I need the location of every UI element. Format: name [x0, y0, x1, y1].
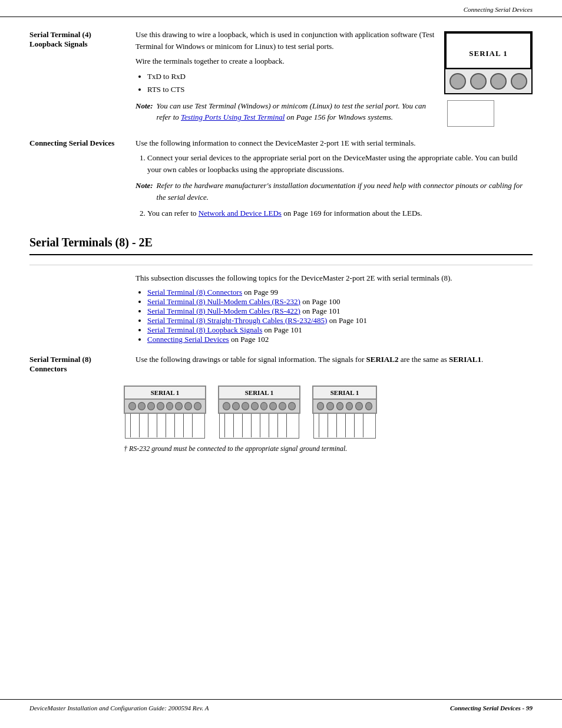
connector-1-header: SERIAL 1 [124, 386, 206, 400]
connecting-note: Note: Refer to the hardware manufacturer… [135, 180, 533, 203]
connector-2-pins [219, 414, 299, 439]
c2-pin6 [269, 402, 277, 410]
connector-block-2: SERIAL 1 [218, 386, 300, 439]
c2-pin8 [288, 402, 296, 410]
bullet-rts-cts: RTS to CTS [147, 84, 438, 95]
link-serial-8-straight[interactable]: Serial Terminal (8) Straight-Through Cab… [147, 316, 327, 325]
c2-pin4 [251, 402, 259, 410]
serial-4-wire-instruction: Wire the terminals together to create a … [135, 55, 438, 67]
step-2: You can refer to Network and Device LEDs… [147, 207, 533, 219]
footnote: † RS-232 ground must be connected to the… [124, 444, 533, 453]
connector-1-pins [125, 414, 205, 439]
heading-divider [29, 254, 533, 255]
serial-terminal-4-content: Use this drawing to wire a loopback, whi… [135, 29, 533, 128]
connector-3-pins [313, 414, 376, 439]
c1-pin4 [157, 402, 164, 410]
serial-connectors-row [445, 69, 531, 93]
link-serial-8-null-rs422[interactable]: Serial Terminal (8) Null-Modem Cables (R… [147, 307, 300, 315]
header-title: Connecting Serial Devices [464, 6, 533, 13]
subsection-links-list: Serial Terminal (8) Connectors on Page 9… [147, 288, 533, 344]
footer-right: Connecting Serial Devices - 99 [450, 704, 533, 711]
step-1: Connect your serial devices to the appro… [147, 152, 533, 175]
c3-pin1 [317, 402, 324, 410]
serial-8-intro: Use the following drawings or table for … [135, 354, 533, 365]
serial-terminal-8-label: Serial Terminal (8) Connectors [29, 354, 124, 374]
serial-box-label: SERIAL 1 [445, 32, 531, 69]
connecting-steps: Connect your serial devices to the appro… [147, 152, 533, 175]
conn-3 [490, 73, 507, 90]
testing-ports-link[interactable]: Testing Ports Using Test Terminal [181, 113, 285, 121]
link-item-6: Connecting Serial Devices on Page 102 [147, 335, 533, 344]
c1-pin6 [175, 402, 183, 410]
link-serial-8-loopback[interactable]: Serial Terminal (8) Loopback Signals [147, 325, 262, 334]
conn-1 [449, 73, 466, 90]
c2-pin1 [223, 402, 230, 410]
link-item-3: Serial Terminal (8) Null-Modem Cables (R… [147, 307, 533, 316]
c3-pin4 [346, 402, 353, 410]
c2-pin7 [279, 402, 286, 410]
link-item-4: Serial Terminal (8) Straight-Through Cab… [147, 316, 533, 325]
connector-block-3: SERIAL 1 [312, 386, 377, 439]
connecting-serial-section: Connecting Serial Devices Use the follow… [29, 137, 533, 224]
c1-pin7 [184, 402, 192, 410]
note-label-connecting: Note: [135, 180, 153, 203]
serial-terminal-4-section: Serial Terminal (4) Loopback Signals Use… [29, 29, 533, 128]
link-serial-8-null-rs232[interactable]: Serial Terminal (8) Null-Modem Cables (R… [147, 297, 300, 306]
serial-4-text: Use this drawing to wire a loopback, whi… [135, 29, 438, 128]
connectors-diagram: SERIAL 1 [124, 386, 533, 439]
conn-2 [470, 73, 487, 90]
serial2-bold: SERIAL2 [366, 355, 399, 364]
serial-terminal-4-label: Serial Terminal (4) Loopback Signals [29, 29, 124, 128]
c3-pin2 [326, 402, 333, 410]
connecting-serial-content: Use the following information to connect… [135, 137, 533, 224]
note-text-connecting: Refer to the hardware manufacturer's ins… [157, 180, 533, 203]
connector-block-1: SERIAL 1 [124, 386, 206, 439]
connector-2-header: SERIAL 1 [218, 386, 300, 400]
c1-pin1 [128, 402, 136, 410]
link-serial-8-connectors[interactable]: Serial Terminal (8) Connectors [147, 288, 242, 297]
c1-pin3 [147, 402, 155, 410]
serial-4-bullets: TxD to RxD RTS to CTS [147, 71, 438, 95]
serial-4-note: Note: You can use Test Terminal (Windows… [135, 100, 438, 123]
heading-thin-divider [29, 265, 533, 265]
link-item-5: Serial Terminal (8) Loopback Signals on … [147, 325, 533, 335]
c3-pin3 [336, 402, 343, 410]
network-leds-link[interactable]: Network and Device LEDs [199, 209, 282, 218]
section-heading-title: Serial Terminals (8) - 2E [29, 236, 533, 252]
serial-box-small [447, 100, 494, 127]
serial-terminal-8-section: Serial Terminal (8) Connectors Use the f… [29, 354, 533, 374]
c3-pin5 [355, 402, 362, 410]
connector-1-circles [124, 400, 206, 414]
serial-1-diagram: SERIAL 1 [444, 29, 533, 127]
link-item-2: Serial Terminal (8) Null-Modem Cables (R… [147, 297, 533, 307]
c2-pin2 [232, 402, 240, 410]
subsection-intro: This subsection discusses the following … [135, 274, 533, 283]
page: Connecting Serial Devices Serial Termina… [0, 0, 562, 728]
c1-pin5 [166, 402, 174, 410]
connecting-steps-2: You can refer to Network and Device LEDs… [147, 207, 533, 219]
link-connecting-serial[interactable]: Connecting Serial Devices [147, 335, 229, 344]
note-text-4: You can use Test Terminal (Windows) or m… [157, 100, 438, 123]
subsection-2e-content: This subsection discusses the following … [135, 274, 533, 344]
note-label-4: Note: [135, 100, 153, 123]
link-item-1: Serial Terminal (8) Connectors on Page 9… [147, 288, 533, 297]
serial-image-area: Use this drawing to wire a loopback, whi… [135, 29, 533, 128]
c2-pin3 [242, 402, 249, 410]
content-area: Serial Terminal (4) Loopback Signals Use… [0, 17, 562, 471]
connector-3-header: SERIAL 1 [312, 386, 377, 400]
c3-pin6 [365, 402, 372, 410]
connector-3-circles [312, 400, 377, 414]
serial-box-main: SERIAL 1 [444, 31, 533, 94]
connector-2-circles [218, 400, 300, 414]
connecting-serial-label: Connecting Serial Devices [29, 137, 124, 224]
footer-left: DeviceMaster Installation and Configurat… [29, 704, 209, 711]
serial-terminal-8-content: Use the following drawings or table for … [135, 354, 533, 374]
section-heading-2e: Serial Terminals (8) - 2E [29, 236, 533, 265]
serial-4-intro: Use this drawing to wire a loopback, whi… [135, 29, 438, 52]
connecting-intro: Use the following information to connect… [135, 137, 533, 149]
conn-4 [511, 73, 527, 90]
bullet-txd-rxd: TxD to RxD [147, 71, 438, 83]
serial1-bold: SERIAL1 [449, 355, 481, 364]
c1-pin8 [194, 402, 201, 410]
c2-pin5 [260, 402, 268, 410]
